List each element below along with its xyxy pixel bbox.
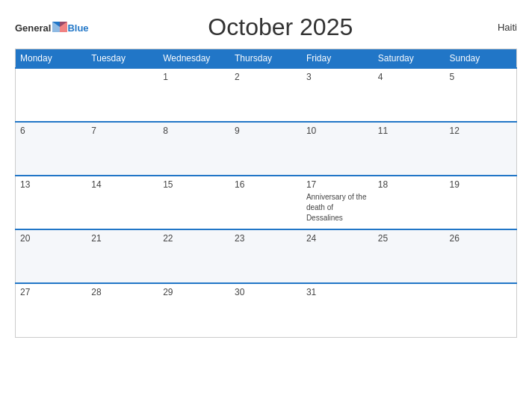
day-number: 1 [163, 72, 226, 82]
day-number: 31 [306, 287, 369, 297]
calendar-day-cell: 2 [230, 68, 302, 122]
calendar-day-cell: 28 [87, 283, 158, 337]
day-number: 14 [91, 179, 154, 190]
calendar-day-cell [87, 68, 158, 122]
calendar-day-cell: 5 [445, 68, 517, 122]
calendar-day-cell: 10 [302, 122, 374, 176]
calendar-week-row: 12345 [16, 68, 517, 122]
calendar-day-cell: 11 [374, 122, 445, 176]
calendar-day-cell: 4 [374, 68, 445, 122]
calendar-day-cell: 23 [230, 229, 302, 283]
calendar-day-cell: 9 [230, 122, 302, 176]
day-header-friday: Friday [302, 49, 374, 69]
calendar-day-cell: 24 [302, 229, 374, 283]
day-number: 18 [378, 179, 441, 190]
calendar-day-cell: 18 [374, 176, 445, 229]
day-number: 23 [235, 233, 297, 244]
day-number: 20 [20, 233, 82, 244]
logo-general-text: General [15, 23, 51, 33]
calendar-day-cell: 21 [87, 229, 158, 283]
day-number: 29 [163, 287, 226, 297]
calendar-day-cell [374, 283, 445, 337]
logo-blue-text: Blue [67, 23, 88, 33]
calendar-day-cell: 13 [16, 176, 87, 229]
day-number: 24 [306, 233, 369, 244]
logo: General Blue [15, 22, 89, 33]
day-number: 4 [378, 72, 441, 82]
month-title: October 2025 [89, 13, 472, 41]
calendar-day-cell: 6 [16, 122, 87, 176]
calendar-day-cell: 22 [158, 229, 230, 283]
day-number: 8 [163, 126, 226, 136]
day-header-tuesday: Tuesday [87, 49, 158, 69]
calendar-week-row: 1314151617Anniversary of the death of De… [16, 176, 517, 229]
calendar-day-cell: 29 [158, 283, 230, 337]
calendar-day-cell: 26 [445, 229, 517, 283]
day-number: 6 [20, 126, 82, 136]
day-number: 26 [450, 233, 512, 244]
calendar-day-cell: 25 [374, 229, 445, 283]
calendar-day-cell: 1 [158, 68, 230, 122]
calendar-day-cell: 12 [445, 122, 517, 176]
day-number: 11 [378, 126, 441, 136]
calendar-day-cell [445, 283, 517, 337]
calendar-day-cell: 8 [158, 122, 230, 176]
calendar-day-cell: 7 [87, 122, 158, 176]
calendar-day-cell: 30 [230, 283, 302, 337]
day-header-saturday: Saturday [374, 49, 445, 69]
day-number: 3 [306, 72, 369, 82]
calendar-header: General Blue October 2025 Haiti [15, 13, 517, 41]
day-number: 25 [378, 233, 441, 244]
calendar-day-cell [16, 68, 87, 122]
day-number: 2 [235, 72, 297, 82]
day-number: 27 [20, 287, 82, 297]
day-number: 21 [91, 233, 154, 244]
calendar-table: MondayTuesdayWednesdayThursdayFridaySatu… [15, 49, 517, 338]
calendar-header-row: MondayTuesdayWednesdayThursdayFridaySatu… [16, 49, 517, 69]
day-number: 22 [163, 233, 226, 244]
country-label: Haiti [472, 22, 517, 33]
svg-rect-3 [52, 22, 60, 32]
calendar-day-cell: 14 [87, 176, 158, 229]
day-header-wednesday: Wednesday [158, 49, 230, 69]
day-number: 13 [20, 179, 82, 190]
day-number: 19 [450, 179, 512, 190]
calendar-day-cell: 17Anniversary of the death of Dessalines [302, 176, 374, 229]
day-number: 30 [235, 287, 297, 297]
day-number: 17 [306, 179, 369, 190]
event-label: Anniversary of the death of Dessalines [306, 193, 367, 222]
day-number: 9 [235, 126, 297, 136]
day-number: 12 [450, 126, 512, 136]
day-number: 5 [450, 72, 512, 82]
day-number: 7 [91, 126, 154, 136]
calendar-day-cell: 3 [302, 68, 374, 122]
calendar-day-cell: 15 [158, 176, 230, 229]
calendar-page: General Blue October 2025 Haiti MondayTu… [0, 0, 532, 411]
day-header-sunday: Sunday [445, 49, 517, 69]
calendar-week-row: 6789101112 [16, 122, 517, 176]
logo-flag-icon [52, 22, 67, 32]
day-number: 16 [235, 179, 297, 190]
calendar-day-cell: 20 [16, 229, 87, 283]
day-number: 10 [306, 126, 369, 136]
day-number: 28 [91, 287, 154, 297]
day-number: 15 [163, 179, 226, 190]
calendar-day-cell: 27 [16, 283, 87, 337]
calendar-day-cell: 16 [230, 176, 302, 229]
calendar-week-row: 20212223242526 [16, 229, 517, 283]
day-header-monday: Monday [16, 49, 87, 69]
day-header-thursday: Thursday [230, 49, 302, 69]
svg-rect-4 [60, 22, 67, 32]
calendar-day-cell: 19 [445, 176, 517, 229]
calendar-day-cell: 31 [302, 283, 374, 337]
calendar-week-row: 2728293031 [16, 283, 517, 337]
